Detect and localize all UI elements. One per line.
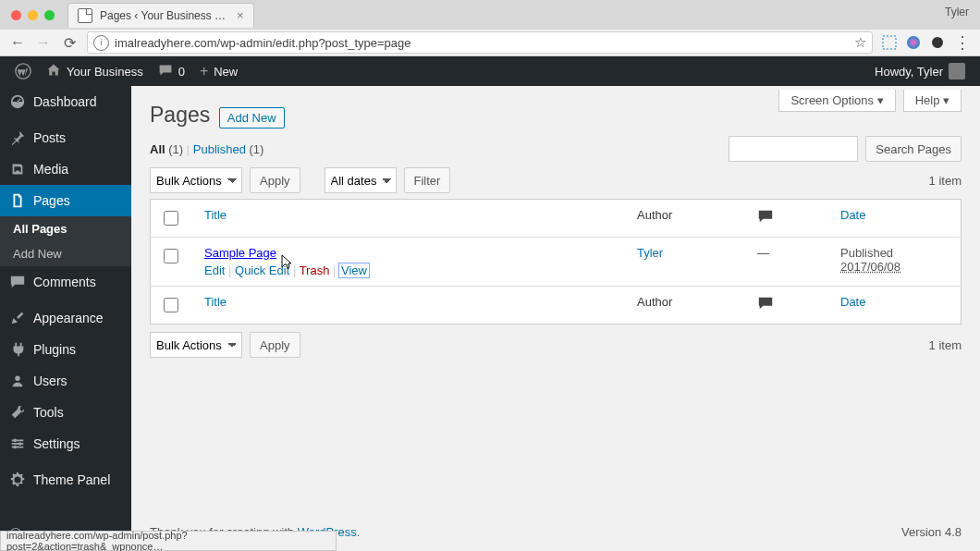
col-title[interactable]: Title <box>195 200 628 238</box>
plus-icon: + <box>200 63 208 80</box>
browser-toolbar: ← → ⟳ i imalreadyhere.com/wp-admin/edit.… <box>0 30 980 56</box>
extension-icon[interactable] <box>930 35 945 50</box>
avatar <box>949 63 965 80</box>
search-button[interactable]: Search Pages <box>865 136 962 162</box>
menu-label: Comments <box>33 275 96 289</box>
bulk-actions-select[interactable]: Bulk Actions <box>150 332 242 358</box>
menu-users[interactable]: Users <box>0 365 131 397</box>
menu-media[interactable]: Media <box>0 153 131 185</box>
admin-menu: Dashboard Posts Media Pages All Pages Ad… <box>0 86 131 551</box>
submenu-all-pages[interactable]: All Pages <box>0 216 131 241</box>
bulk-actions-select[interactable]: Bulk Actions <box>150 167 242 193</box>
menu-posts[interactable]: Posts <box>0 122 131 153</box>
menu-dashboard[interactable]: Dashboard <box>0 86 131 117</box>
col-date[interactable]: Date <box>831 200 962 238</box>
edit-link[interactable]: Edit <box>204 263 225 277</box>
extension-icon[interactable] <box>906 35 921 50</box>
trash-link[interactable]: Trash <box>300 263 330 277</box>
back-button[interactable]: ← <box>9 34 26 51</box>
svg-point-9 <box>18 442 22 446</box>
svg-point-2 <box>932 37 943 48</box>
add-new-button[interactable]: Add New <box>219 107 285 129</box>
row-actions: Edit | Quick Edit | Trash | View <box>204 263 619 277</box>
col-date[interactable]: Date <box>831 287 962 324</box>
menu-tools[interactable]: Tools <box>0 397 131 428</box>
menu-label: Tools <box>33 405 64 420</box>
col-comments[interactable] <box>748 287 831 324</box>
filter-button[interactable]: Filter <box>404 167 451 193</box>
menu-label: Appearance <box>33 311 104 325</box>
help-button[interactable]: Help ▾ <box>903 90 962 112</box>
reload-button[interactable]: ⟳ <box>61 34 78 51</box>
menu-label: Pages <box>33 193 70 208</box>
browser-tab[interactable]: Pages ‹ Your Business — Word… × <box>67 3 254 28</box>
col-title[interactable]: Title <box>195 287 628 324</box>
screen-options-button[interactable]: Screen Options ▾ <box>778 90 895 112</box>
col-author: Author <box>628 200 748 238</box>
menu-pages[interactable]: Pages <box>0 185 131 216</box>
account-link[interactable]: Howdy, Tyler <box>867 56 973 86</box>
tools-icon <box>9 404 26 421</box>
menu-label: Settings <box>33 436 80 451</box>
item-count: 1 item <box>929 338 962 352</box>
comments-cell: — <box>748 238 831 287</box>
comment-icon <box>158 63 173 80</box>
close-tab-button[interactable]: × <box>237 8 244 22</box>
browser-tab-bar: Pages ‹ Your Business — Word… × Tyler <box>0 0 980 30</box>
site-link[interactable]: Your Business <box>39 56 151 86</box>
table-row: Sample Page Edit | Quick Edit | Trash | … <box>151 238 962 287</box>
apply-button[interactable]: Apply <box>250 332 300 358</box>
browser-menu-button[interactable]: ⋮ <box>954 32 971 53</box>
svg-point-8 <box>14 439 18 443</box>
author-link[interactable]: Tyler <box>637 246 663 260</box>
pages-icon <box>9 192 26 209</box>
select-all-checkbox[interactable] <box>164 211 178 226</box>
page-title-link[interactable]: Sample Page <box>204 246 276 260</box>
settings-icon <box>9 435 26 452</box>
pin-icon <box>9 129 26 146</box>
select-all-checkbox[interactable] <box>164 298 178 312</box>
new-content-link[interactable]: + New <box>192 56 245 86</box>
menu-label: Dashboard <box>33 94 97 109</box>
bookmark-icon[interactable]: ☆ <box>854 34 866 51</box>
maximize-window-button[interactable] <box>44 10 55 20</box>
view-link[interactable]: View <box>339 263 369 277</box>
minimize-window-button[interactable] <box>28 10 38 20</box>
menu-plugins[interactable]: Plugins <box>0 334 131 365</box>
menu-label: Users <box>33 373 67 388</box>
filter-all[interactable]: All <box>150 142 165 156</box>
forward-button[interactable]: → <box>35 34 52 51</box>
svg-point-1 <box>907 36 920 49</box>
submenu-add-new[interactable]: Add New <box>0 241 131 266</box>
new-label: New <box>214 65 238 79</box>
extension-icon[interactable] <box>882 35 897 50</box>
menu-appearance[interactable]: Appearance <box>0 302 131 334</box>
search-input[interactable] <box>729 136 858 162</box>
row-checkbox[interactable] <box>164 249 178 263</box>
media-icon <box>9 161 26 178</box>
wordpress-logo[interactable] <box>7 56 39 86</box>
site-info-icon[interactable]: i <box>93 35 109 51</box>
gear-icon <box>9 471 26 488</box>
col-comments[interactable] <box>748 200 831 238</box>
close-window-button[interactable] <box>11 10 21 20</box>
home-icon <box>46 63 61 80</box>
menu-comments[interactable]: Comments <box>0 266 131 298</box>
page-icon <box>78 8 92 23</box>
appearance-icon <box>9 310 26 326</box>
comments-icon <box>9 274 26 290</box>
svg-point-4 <box>15 376 19 381</box>
filter-published[interactable]: Published <box>193 142 246 156</box>
date-cell: Published 2017/06/08 <box>831 238 962 287</box>
comments-link[interactable]: 0 <box>151 56 192 86</box>
menu-settings[interactable]: Settings <box>0 428 131 459</box>
comments-count: 0 <box>178 65 185 79</box>
menu-theme-panel[interactable]: Theme Panel <box>0 464 131 496</box>
quick-edit-link[interactable]: Quick Edit <box>235 263 289 277</box>
version-text: Version 4.8 <box>901 525 962 539</box>
address-bar[interactable]: i imalreadyhere.com/wp-admin/edit.php?po… <box>87 31 873 54</box>
browser-profile[interactable]: Tyler <box>945 6 969 18</box>
dates-select[interactable]: All dates <box>325 167 397 193</box>
apply-button[interactable]: Apply <box>250 167 300 193</box>
page-title: Pages <box>150 103 210 128</box>
